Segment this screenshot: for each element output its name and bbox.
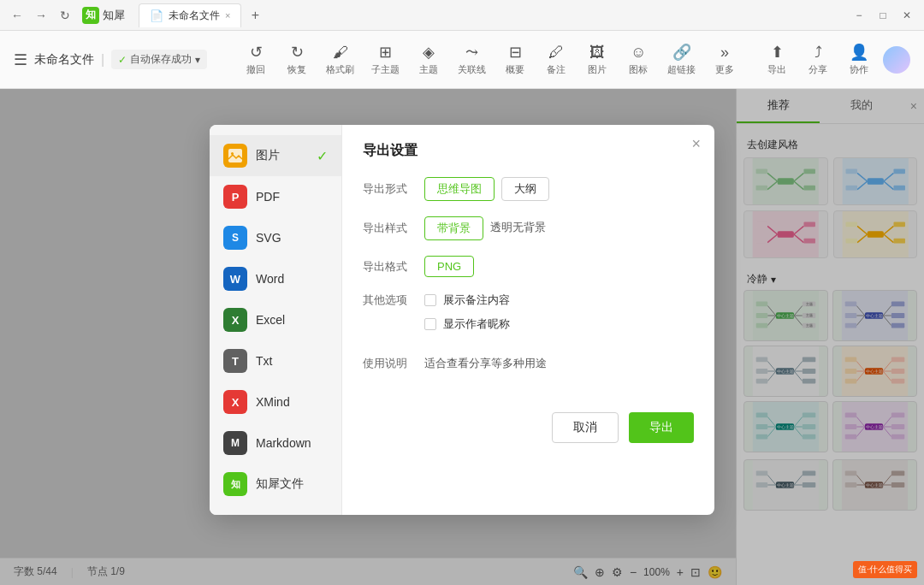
format-icon-pdf: P xyxy=(223,185,247,209)
topic-icon: ◈ xyxy=(423,43,435,62)
new-tab-button[interactable]: + xyxy=(245,5,265,26)
checkbox-show-author[interactable] xyxy=(424,318,436,330)
checkbox-row-2: 显示作者昵称 xyxy=(424,316,510,332)
auto-save-check-icon: ✓ xyxy=(118,54,127,66)
export-style-options: 带背景 透明无背景 xyxy=(424,216,546,240)
format-label-excel: Excel xyxy=(256,313,285,327)
forward-button[interactable]: → xyxy=(31,5,51,26)
format-label-markdown: Markdown xyxy=(256,436,311,450)
titlebar: ← → ↻ 知 知犀 📄 未命名文件 × + − □ ✕ xyxy=(0,0,924,31)
relation-icon: ⤳ xyxy=(465,43,478,62)
format-label-txt: Txt xyxy=(256,354,272,368)
format-item-word[interactable]: W Word xyxy=(210,258,341,299)
format-icon-excel: X xyxy=(223,308,247,332)
user-avatar[interactable] xyxy=(883,46,910,74)
checkboxes: 展示备注内容 显示作者昵称 xyxy=(424,292,510,340)
format-item-markdown[interactable]: M Markdown xyxy=(210,422,341,464)
collab-button[interactable]: 👤 协作 xyxy=(842,39,876,80)
dialog-title: 导出设置 xyxy=(363,142,694,160)
format-item-image[interactable]: 图片 ✓ xyxy=(210,135,341,176)
dialog-format-sidebar: 图片 ✓ P PDF S SVG xyxy=(210,125,342,515)
subtopic-label: 子主题 xyxy=(371,63,400,76)
icon-label: 图标 xyxy=(629,63,648,76)
more-button[interactable]: » 更多 xyxy=(706,40,743,80)
toolbar-left: ☰ 未命名文件 | ✓ 自动保存成功 ▾ xyxy=(14,50,207,69)
format-item-pdf[interactable]: P PDF xyxy=(210,176,341,217)
tab-close-button[interactable]: × xyxy=(225,10,230,21)
svg-rect-0 xyxy=(228,149,242,162)
export-confirm-button[interactable]: 导出 xyxy=(629,412,694,443)
export-form-options: 思维导图 大纲 xyxy=(424,177,549,201)
main-toolbar: ☰ 未命名文件 | ✓ 自动保存成功 ▾ ↺ 撤回 ↻ 恢复 🖌 格式刷 ⊞ 子… xyxy=(0,31,924,89)
summary-button[interactable]: ⊟ 概要 xyxy=(496,39,534,80)
app-logo: 知 xyxy=(82,7,99,24)
main-area: × 图片 ✓ P PDF xyxy=(0,89,924,585)
active-tab[interactable]: 📄 未命名文件 × xyxy=(139,3,241,27)
checkbox-row-1: 展示备注内容 xyxy=(424,292,510,308)
subtopic-button[interactable]: ⊞ 子主题 xyxy=(364,39,406,80)
format-item-svg[interactable]: S SVG xyxy=(210,217,341,258)
share-icon: ⤴ xyxy=(814,44,822,62)
more-icon: » xyxy=(720,44,729,62)
doc-title: 未命名文件 xyxy=(34,52,94,68)
checkbox-show-author-label: 显示作者昵称 xyxy=(443,316,510,332)
form-option-mindmap[interactable]: 思维导图 xyxy=(424,177,495,201)
image-button[interactable]: 🖼 图片 xyxy=(578,40,616,80)
format-icon-txt: T xyxy=(223,349,247,373)
back-button[interactable]: ← xyxy=(7,5,27,26)
style-option-bg[interactable]: 带背景 xyxy=(424,216,483,240)
cancel-button[interactable]: 取消 xyxy=(552,412,619,443)
format-item-zhixie[interactable]: 知 知犀文件 xyxy=(210,464,341,505)
format-item-txt[interactable]: T Txt xyxy=(210,340,341,381)
checkbox-show-notes-label: 展示备注内容 xyxy=(443,292,510,308)
other-options-row: 其他选项 展示备注内容 显示作者昵称 xyxy=(363,292,694,340)
auto-save-text: 自动保存成功 xyxy=(130,52,192,67)
usage-text: 适合查看分享等多种用途 xyxy=(424,356,547,371)
export-style-label: 导出样式 xyxy=(363,221,414,236)
image-label: 图片 xyxy=(588,63,607,76)
export-form-label: 导出形式 xyxy=(363,181,414,197)
redo-icon: ↻ xyxy=(291,43,304,62)
format-icon-zhixie: 知 xyxy=(223,472,247,496)
export-dialog: × 图片 ✓ P PDF xyxy=(210,125,714,515)
dialog-close-button[interactable]: × xyxy=(691,135,701,153)
format-item-excel[interactable]: X Excel xyxy=(210,299,341,340)
share-button[interactable]: ⤴ 分享 xyxy=(801,40,835,80)
maximize-button[interactable]: □ xyxy=(873,5,893,26)
icon-button[interactable]: ☺ 图标 xyxy=(619,40,657,80)
share-label: 分享 xyxy=(808,63,827,76)
undo-button[interactable]: ↺ 撤回 xyxy=(237,39,275,80)
relation-button[interactable]: ⤳ 关联线 xyxy=(451,39,493,80)
format-brush-label: 格式刷 xyxy=(326,63,354,76)
close-button[interactable]: ✕ xyxy=(897,5,917,26)
toolbar-tools: ↺ 撤回 ↻ 恢复 🖌 格式刷 ⊞ 子主题 ◈ 主题 ⤳ 关联线 ⊟ 概要 🖊 xyxy=(228,39,753,80)
export-format-row: 导出格式 PNG xyxy=(363,256,694,277)
undo-label: 撤回 xyxy=(246,63,265,76)
format-option-png[interactable]: PNG xyxy=(424,256,474,277)
hyperlink-button[interactable]: 🔗 超链接 xyxy=(660,39,702,80)
other-options-label: 其他选项 xyxy=(363,292,414,308)
export-style-row: 导出样式 带背景 透明无背景 xyxy=(363,216,694,240)
format-item-xmind[interactable]: X XMind xyxy=(210,381,341,422)
menu-icon[interactable]: ☰ xyxy=(14,50,27,69)
minimize-button[interactable]: − xyxy=(849,5,869,26)
auto-save-button[interactable]: ✓ 自动保存成功 ▾ xyxy=(111,50,207,69)
note-button[interactable]: 🖊 备注 xyxy=(537,40,575,80)
usage-row: 使用说明 适合查看分享等多种用途 xyxy=(363,356,694,371)
format-brush-button[interactable]: 🖌 格式刷 xyxy=(319,40,361,80)
form-option-outline[interactable]: 大纲 xyxy=(501,177,549,201)
style-option-transparent: 透明无背景 xyxy=(490,216,546,240)
format-brush-icon: 🖌 xyxy=(333,44,348,62)
export-button[interactable]: ⬆ 导出 xyxy=(760,39,794,80)
checkbox-show-notes[interactable] xyxy=(424,294,436,306)
topic-button[interactable]: ◈ 主题 xyxy=(410,39,447,80)
refresh-button[interactable]: ↻ xyxy=(55,5,75,26)
format-label-xmind: XMind xyxy=(256,395,290,409)
format-label-word: Word xyxy=(256,272,284,286)
nav-buttons: ← → ↻ xyxy=(7,5,75,26)
summary-icon: ⊟ xyxy=(509,43,522,62)
format-label-zhixie: 知犀文件 xyxy=(256,476,304,492)
format-label-pdf: PDF xyxy=(256,190,280,204)
toolbar-right: ⬆ 导出 ⤴ 分享 👤 协作 xyxy=(760,39,910,80)
redo-button[interactable]: ↻ 恢复 xyxy=(278,39,316,80)
